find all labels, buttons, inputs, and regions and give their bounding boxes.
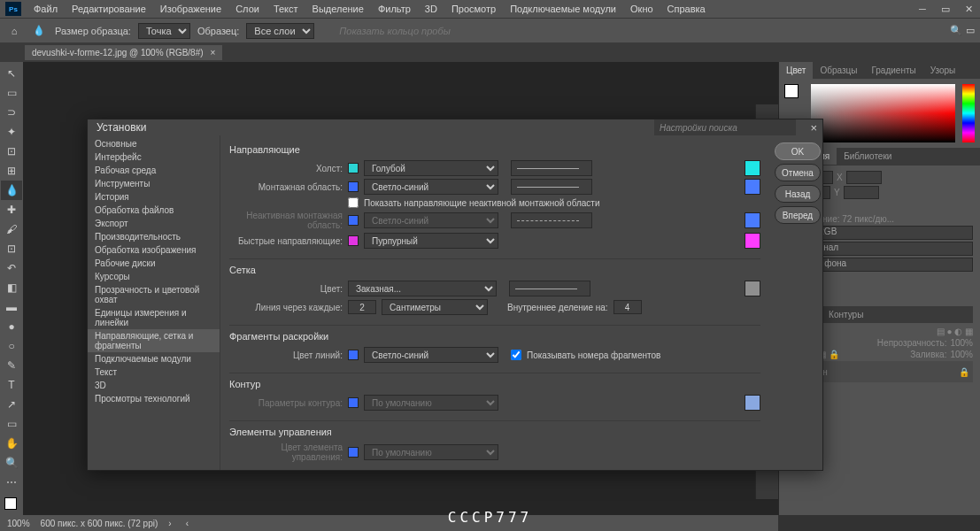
menu-3d[interactable]: 3D <box>418 2 444 16</box>
nav-item[interactable]: Единицы измерения и линейки <box>88 306 220 329</box>
ok-button[interactable]: OK <box>775 142 821 160</box>
hand-tool[interactable]: ✋ <box>1 434 22 453</box>
canvas-guide-style[interactable] <box>511 160 592 176</box>
menu-plugins[interactable]: Подключаемые модули <box>503 2 623 16</box>
blur-tool[interactable]: ● <box>1 317 22 336</box>
menu-text[interactable]: Текст <box>266 2 305 16</box>
dialog-close-icon[interactable]: × <box>810 121 817 135</box>
nav-item[interactable]: Прозрачность и цветовой охват <box>88 283 220 306</box>
move-tool[interactable]: ↖ <box>1 64 22 83</box>
tab-patterns[interactable]: Узоры <box>923 62 963 79</box>
nav-item[interactable]: Обработка файлов <box>88 204 220 217</box>
dialog-search-input[interactable]: Настройки поиска <box>654 119 796 135</box>
menu-help[interactable]: Справка <box>660 2 713 16</box>
tab-color[interactable]: Цвет <box>779 62 813 79</box>
canvas-guide-select[interactable]: Голубой <box>364 160 498 176</box>
artboard-guide-big-swatch[interactable] <box>745 179 760 195</box>
back-button[interactable]: Назад <box>775 185 821 203</box>
grid-color-select[interactable]: Заказная... <box>348 281 497 296</box>
tab-paths[interactable]: Контуры <box>822 306 870 323</box>
tab-libraries[interactable]: Библиотеки <box>837 148 899 165</box>
workspace-icon[interactable]: ▭ <box>966 25 975 36</box>
home-icon[interactable]: ⌂ <box>5 22 23 40</box>
menu-file[interactable]: Файл <box>27 2 65 16</box>
tab-gradients[interactable]: Градиенты <box>864 62 922 79</box>
menu-image[interactable]: Изображение <box>153 2 228 16</box>
path-tool[interactable]: ↗ <box>1 395 22 414</box>
sample-size-select[interactable]: Точка <box>138 23 190 39</box>
dodge-tool[interactable]: ○ <box>1 336 22 356</box>
nav-left[interactable]: ‹ <box>186 519 189 528</box>
grid-big-swatch[interactable] <box>745 281 760 296</box>
bg-color-select[interactable]: Цвет фона <box>798 258 973 272</box>
doc-info-arrow[interactable]: › <box>168 519 171 528</box>
canvas-guide-big-swatch[interactable] <box>745 160 760 176</box>
nav-item[interactable]: Инструменты <box>88 177 220 190</box>
pen-tool[interactable]: ✎ <box>1 356 22 375</box>
maximize-button[interactable]: ▭ <box>934 0 957 18</box>
eyedropper-tool[interactable]: 💧 <box>1 181 22 200</box>
more-tool[interactable]: ⋯ <box>1 473 22 492</box>
nav-item[interactable]: 3D <box>88 379 220 392</box>
nav-item[interactable]: Текст <box>88 366 220 379</box>
cancel-button[interactable]: Отмена <box>775 164 821 181</box>
path-opts-select[interactable]: По умолчанию <box>364 395 498 411</box>
healing-tool[interactable]: ✚ <box>1 200 22 219</box>
minimize-button[interactable]: ─ <box>911 0 934 18</box>
grid-line-value[interactable] <box>348 300 376 314</box>
color-field[interactable] <box>811 84 955 142</box>
foreground-background-colors[interactable] <box>3 496 20 513</box>
marquee-tool[interactable]: ▭ <box>1 83 22 103</box>
crop-tool[interactable]: ⊡ <box>1 142 22 161</box>
nav-item[interactable]: Рабочие диски <box>88 257 220 270</box>
menu-view[interactable]: Просмотр <box>444 2 503 16</box>
y-input[interactable] <box>844 186 879 199</box>
forward-button[interactable]: Вперед <box>775 206 821 224</box>
hue-slider[interactable] <box>962 84 975 142</box>
smart-guide-select[interactable]: Пурпурный <box>364 233 498 249</box>
nav-item[interactable]: История <box>88 190 220 204</box>
nav-item[interactable]: Обработка изображения <box>88 243 220 257</box>
nav-item[interactable]: Рабочая среда <box>88 164 220 177</box>
smart-guide-big-swatch[interactable] <box>745 233 760 249</box>
grid-style[interactable] <box>509 281 590 296</box>
zoom-level[interactable]: 100% <box>7 519 30 528</box>
menu-filter[interactable]: Фильтр <box>371 2 418 16</box>
nav-item[interactable]: Направляющие, сетка и фрагменты <box>88 329 220 352</box>
grid-sub-value[interactable] <box>613 300 642 314</box>
nav-item[interactable]: Производительность <box>88 230 220 243</box>
brush-tool[interactable]: 🖌 <box>1 219 22 239</box>
wand-tool[interactable]: ✦ <box>1 122 22 142</box>
nav-item[interactable]: Просмотры технологий <box>88 392 220 405</box>
menu-select[interactable]: Выделение <box>305 2 371 16</box>
document-tab[interactable]: devushki-v-forme-12.jpg @ 100% (RGB/8#) … <box>25 45 222 60</box>
nav-item[interactable]: Курсоры <box>88 270 220 283</box>
search-icon[interactable]: 🔍 <box>950 25 962 36</box>
nav-item[interactable]: Интерфейс <box>88 150 220 164</box>
history-brush-tool[interactable]: ↶ <box>1 258 22 278</box>
eraser-tool[interactable]: ◧ <box>1 278 22 297</box>
type-tool[interactable]: T <box>1 375 22 395</box>
frame-tool[interactable]: ⊞ <box>1 161 22 181</box>
artboard-guide-select[interactable]: Светло-синий <box>364 179 498 195</box>
artboard-guide-style[interactable] <box>511 179 592 195</box>
menu-edit[interactable]: Редактирование <box>65 2 153 16</box>
path-big-swatch[interactable] <box>745 395 760 411</box>
panel-fgbg-colors[interactable] <box>784 84 804 104</box>
lasso-tool[interactable]: ⊃ <box>1 103 22 122</box>
eyedropper-icon[interactable]: 💧 <box>30 22 48 40</box>
zoom-tool[interactable]: 🔍 <box>1 453 22 473</box>
gradient-tool[interactable]: ▬ <box>1 297 22 317</box>
slices-color-select[interactable]: Светло-синий <box>364 347 498 363</box>
stamp-tool[interactable]: ⊡ <box>1 239 22 258</box>
grid-unit-select[interactable]: Сантиметры <box>382 299 488 315</box>
menu-window[interactable]: Окно <box>623 2 660 16</box>
close-tab-icon[interactable]: × <box>211 48 216 58</box>
close-button[interactable]: ✕ <box>957 0 980 18</box>
inactive-artboard-big-swatch[interactable] <box>745 212 760 228</box>
menu-layers[interactable]: Слои <box>228 2 266 16</box>
slices-show-checkbox[interactable] <box>511 350 521 360</box>
shape-tool[interactable]: ▭ <box>1 414 22 434</box>
tab-swatches[interactable]: Образцы <box>813 62 864 79</box>
nav-item[interactable]: Подключаемые модули <box>88 352 220 366</box>
